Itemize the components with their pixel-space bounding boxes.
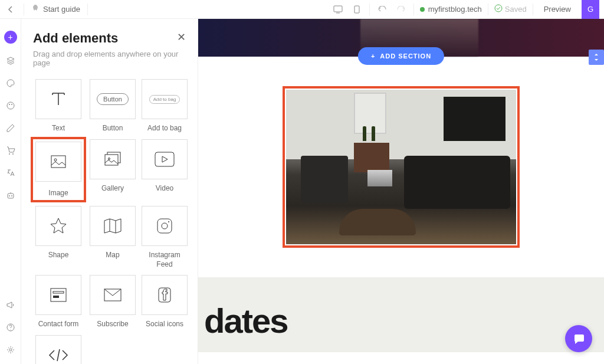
- element-label: Video: [156, 184, 173, 194]
- svg-rect-14: [51, 156, 65, 168]
- element-label: Social icons: [146, 320, 183, 329]
- svg-rect-24: [53, 291, 64, 293]
- element-shape[interactable]: Shape: [33, 206, 84, 269]
- mobile-view-button[interactable]: [350, 3, 363, 16]
- svg-point-22: [168, 221, 169, 222]
- publish-button[interactable]: G: [582, 0, 599, 19]
- canvas[interactable]: + ADD SECTION dates SE: [198, 19, 604, 364]
- video-icon: [154, 151, 175, 168]
- svg-point-15: [54, 159, 57, 161]
- content-section[interactable]: [198, 57, 604, 265]
- page-reorder-button[interactable]: [589, 50, 604, 65]
- element-add-to-bag[interactable]: Add to bag Add to bag: [142, 79, 188, 133]
- element-instagram[interactable]: Instagram Feed: [142, 206, 188, 269]
- divider: [533, 4, 533, 15]
- element-map[interactable]: Map: [90, 206, 136, 269]
- dates-section[interactable]: dates SE: [198, 277, 604, 352]
- svg-rect-20: [157, 219, 172, 233]
- image-icon: [49, 152, 68, 171]
- element-gallery[interactable]: Gallery: [90, 139, 136, 201]
- addbag-preview: Add to bag: [149, 95, 180, 104]
- element-label: Shape: [48, 251, 69, 260]
- redo-button[interactable]: [395, 3, 408, 16]
- contact-form-icon: [49, 287, 68, 303]
- svg-point-7: [12, 153, 14, 155]
- saved-status: Saved: [494, 4, 527, 14]
- element-embed-code[interactable]: Embed code: [33, 335, 84, 364]
- svg-point-10: [11, 195, 12, 196]
- divider: [413, 4, 414, 15]
- svg-point-5: [11, 104, 12, 105]
- domain-text: myfirstblog.tech: [428, 5, 482, 14]
- svg-rect-1: [354, 6, 359, 13]
- start-guide-label: Start guide: [43, 5, 80, 14]
- element-label: Subscribe: [97, 320, 128, 329]
- translate-icon[interactable]: [5, 168, 16, 178]
- close-button[interactable]: ✕: [177, 31, 186, 44]
- element-label: Text: [52, 124, 65, 133]
- svg-rect-23: [51, 288, 66, 301]
- preview-button[interactable]: Preview: [539, 2, 576, 16]
- undo-button[interactable]: [376, 3, 389, 16]
- status-dot-icon: [420, 7, 425, 12]
- social-icon: [157, 286, 172, 304]
- back-button[interactable]: [5, 4, 17, 15]
- plus-icon: +: [371, 53, 375, 60]
- add-section-label: ADD SECTION: [380, 53, 431, 60]
- desktop-view-button[interactable]: [331, 3, 344, 16]
- svg-rect-17: [105, 155, 118, 165]
- element-label: Add to bag: [147, 124, 182, 133]
- theme-icon[interactable]: [5, 100, 16, 111]
- divider: [24, 4, 24, 15]
- svg-point-4: [9, 104, 10, 105]
- gallery-icon: [103, 150, 123, 169]
- instagram-icon: [156, 217, 173, 235]
- rocket-icon: [31, 4, 40, 14]
- element-label: Contact form: [38, 320, 79, 329]
- element-button[interactable]: Button Button: [90, 79, 136, 133]
- element-contact-form[interactable]: Contact form: [33, 275, 84, 329]
- sidebar: +: [0, 19, 21, 364]
- element-text[interactable]: Text: [33, 79, 84, 133]
- panel-title: Add elements: [33, 31, 118, 46]
- panel-subtitle: Drag and drop elements anywhere on your …: [33, 50, 186, 67]
- dates-heading: dates: [198, 301, 604, 340]
- settings-icon[interactable]: [5, 345, 16, 355]
- map-icon: [103, 217, 123, 235]
- element-label: Instagram Feed: [142, 251, 188, 269]
- image-element-highlight[interactable]: [283, 86, 520, 248]
- help-icon[interactable]: [5, 322, 16, 333]
- element-image[interactable]: Image: [31, 137, 86, 203]
- announce-icon[interactable]: [5, 300, 16, 310]
- svg-rect-19: [155, 152, 174, 166]
- divider: [488, 4, 488, 15]
- shape-icon: [49, 217, 68, 235]
- element-video[interactable]: Video: [142, 139, 188, 201]
- edit-icon[interactable]: [5, 123, 16, 133]
- add-section-button[interactable]: + ADD SECTION: [358, 47, 444, 65]
- chat-icon: [572, 332, 585, 345]
- ai-icon[interactable]: [5, 190, 16, 201]
- divider: [369, 4, 370, 15]
- layers-icon[interactable]: [5, 55, 16, 66]
- svg-point-6: [9, 153, 10, 155]
- palette-icon[interactable]: [5, 78, 16, 88]
- embed-code-icon: [48, 348, 69, 362]
- svg-rect-25: [53, 296, 59, 298]
- chat-widget[interactable]: [565, 325, 592, 352]
- add-elements-button[interactable]: +: [4, 31, 17, 44]
- svg-rect-8: [8, 194, 14, 198]
- cart-icon[interactable]: [5, 145, 16, 156]
- element-social-icons[interactable]: Social icons: [142, 275, 188, 329]
- svg-rect-0: [334, 6, 342, 12]
- svg-point-12: [10, 330, 11, 330]
- start-guide-link[interactable]: Start guide: [31, 4, 80, 14]
- element-label: Gallery: [101, 184, 124, 194]
- element-subscribe[interactable]: Subscribe: [90, 275, 136, 329]
- add-elements-panel: Add elements ✕ Drag and drop elements an…: [21, 19, 198, 364]
- domain-display[interactable]: myfirstblog.tech: [420, 5, 482, 14]
- svg-rect-27: [159, 288, 170, 302]
- svg-point-9: [9, 195, 10, 196]
- saved-label: Saved: [505, 5, 527, 14]
- element-label: Map: [106, 251, 119, 260]
